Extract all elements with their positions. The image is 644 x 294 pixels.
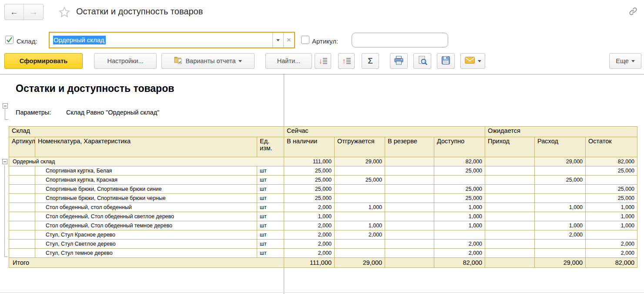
cell-balance [586,230,637,240]
col-onhand: В наличии [284,137,335,157]
print-button[interactable] [390,53,408,69]
cell-unit: шт [257,221,284,230]
col-outgoing: Расход [535,137,586,157]
checkmark-icon [6,36,13,44]
report-variants-button[interactable]: Варианты отчета [161,53,255,69]
cell-reserve [385,194,434,203]
chevron-down-icon [631,60,635,62]
cell-outgoing: 2,000 [535,230,586,240]
generate-button[interactable]: Сформировать [4,53,83,69]
preview-button[interactable] [413,53,431,69]
cell-artikul [9,221,35,230]
total-row: Итого 111,000 29,000 82,000 29,000 82,00… [9,258,637,268]
cell-balance: 2,000 [586,249,637,258]
sklad-input[interactable]: Ордерный склад × [49,32,295,48]
band-sklad: Склад [9,127,284,137]
cell-unit: шт [257,249,284,258]
cell-reserve [385,176,434,185]
close-icon: × [287,36,291,44]
cell-unit: шт [257,212,284,221]
more-button[interactable]: Еще [609,53,641,69]
total-onhand: 111,000 [284,258,335,268]
artikul-checkbox[interactable] [301,36,309,44]
cell-incoming [485,249,535,258]
band-now: Сейчас [284,127,485,137]
cell-artikul [9,249,35,258]
forward-button[interactable]: → [24,4,43,20]
settings-button[interactable]: Настройки... [94,53,157,69]
collapse-parameters-button[interactable] [3,103,8,108]
chevron-down-icon [276,39,280,41]
tree-line [4,257,8,257]
cell-unit: шт [257,203,284,212]
sklad-input-text: Ордерный склад [50,33,272,47]
cell-nomenclature: Спортивные брюки, Спортивные брюки черны… [35,194,257,203]
cell-unit: шт [257,166,284,176]
preview-icon [418,56,427,67]
save-button[interactable] [437,53,455,69]
sklad-clear-button[interactable]: × [283,33,294,47]
sigma-icon: Σ [368,56,372,66]
col-balance: Остаток [586,137,637,157]
group-outgoing: 29,000 [535,157,586,166]
total-available: 82,000 [434,258,485,268]
cell-nomenclature: Стол обеденный, Стол обеденный светлое д… [35,212,257,221]
cell-artikul [9,194,35,203]
parameters-value: Склад Равно "Ордерный склад" [66,109,159,116]
sort-ascending-button[interactable]: ↑ [338,53,355,69]
cell-unit: шт [257,230,284,240]
cell-outgoing [535,194,586,203]
table-row: Спортивная куртка, Белая шт 25,000 25,00… [9,166,637,176]
cell-artikul [9,185,35,194]
cell-artikul [9,240,35,249]
col-reserve: В резерве [385,137,434,157]
mail-button[interactable] [460,53,485,69]
table-row: Спортивные брюки, Спортивные брюки черны… [9,194,637,203]
cell-nomenclature: Стул, Стул Красное дерево [35,230,257,240]
cell-reserve [385,230,434,240]
table-row: Спортивная куртка, Красная шт 25,000 25,… [9,176,637,185]
cell-balance: 1,000 [586,203,637,212]
cell-reserve [385,240,434,249]
collapse-group-button[interactable] [2,159,7,164]
cell-nomenclature: Стол обеденный, стол обеденный [35,203,257,212]
cell-outgoing [535,166,586,176]
cell-unit: шт [257,240,284,249]
cell-incoming [485,203,535,212]
cell-artikul [9,230,35,240]
table-row: Спортивные брюки, Спортивные брюки синие… [9,185,637,194]
cell-available: 25,000 [434,194,485,203]
link-icon[interactable] [628,7,638,18]
total-outgoing: 29,000 [535,258,586,268]
sklad-dropdown-button[interactable] [272,33,283,47]
cell-outgoing: 1,000 [535,203,586,212]
cell-available: 2,000 [434,249,485,258]
total-label: Итого [9,258,284,268]
cell-balance: 1,000 [586,212,637,221]
favorite-star-icon[interactable] [58,6,70,20]
column-header-row: Артикул Номенклатура, Характеристика Ед.… [9,137,637,157]
sum-button[interactable]: Σ [362,53,379,69]
cell-reserve [385,249,434,258]
cell-onhand: 1,000 [284,212,335,221]
col-artikul: Артикул [9,137,35,157]
group-name[interactable]: Ордерный склад [9,157,284,166]
back-button[interactable]: ← [5,4,24,20]
artikul-input[interactable] [352,33,448,47]
cell-nomenclature: Стол обеденный, Стол обеденный темное де… [35,221,257,230]
cell-artikul [9,166,35,176]
total-reserve [385,258,434,268]
cell-artikul [9,212,35,221]
group-balance: 82,000 [586,157,637,166]
sklad-label: Склад: [17,37,37,45]
report-top-divider [0,74,644,74]
parameters-label: Параметры: [16,109,51,116]
cell-incoming [485,221,535,230]
find-button[interactable]: Найти... [265,53,312,69]
sort-descending-button[interactable]: ↓ [315,53,331,69]
forward-icon: → [30,7,38,17]
sklad-checkbox[interactable] [5,36,13,44]
cell-outgoing [535,240,586,249]
cell-unit: шт [257,194,284,203]
cell-artikul [9,176,35,185]
